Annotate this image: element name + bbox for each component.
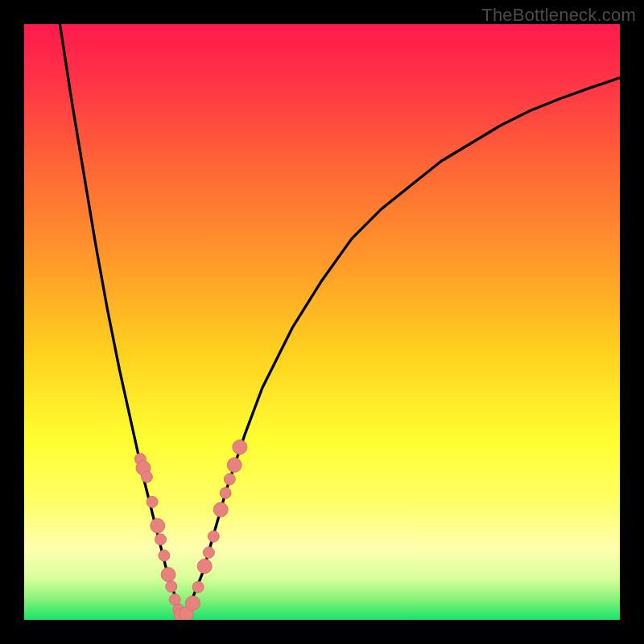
watermark-text: TheBottleneck.com [481,5,636,26]
dot [192,581,204,592]
curve-layer [24,24,620,620]
scatter-dots [134,440,247,620]
dot [197,559,212,573]
dot [161,568,175,582]
dot [151,518,165,533]
dot [203,547,214,558]
curve-right-branch [184,78,620,617]
dot [220,487,231,498]
dot [227,458,242,473]
dot [233,440,247,454]
dot [147,496,158,507]
dot [166,581,177,592]
curve-lines [60,24,620,617]
dot [141,471,152,482]
dot [185,596,200,610]
dot [159,550,170,561]
dot [155,534,166,545]
dot [213,502,228,517]
plot-area [24,24,620,620]
dot [208,530,219,542]
dot [224,473,235,485]
chart-frame: TheBottleneck.com [0,0,644,644]
dot [169,594,180,605]
